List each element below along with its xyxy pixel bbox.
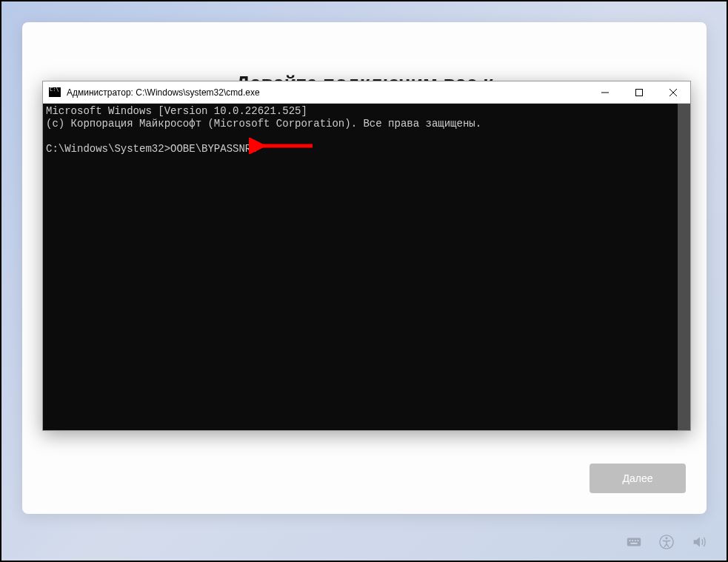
cmd-prompt: C:\Windows\System32> (46, 143, 170, 155)
cmd-body[interactable]: Microsoft Windows [Version 10.0.22621.52… (43, 104, 690, 430)
svg-rect-1 (636, 89, 643, 96)
svg-point-12 (666, 537, 668, 539)
volume-icon[interactable] (691, 534, 707, 553)
scrollbar-track[interactable] (678, 104, 690, 430)
svg-rect-6 (630, 540, 631, 541)
taskbar-icons (626, 534, 707, 553)
accessibility-icon[interactable] (658, 534, 675, 553)
svg-rect-9 (638, 540, 639, 541)
svg-rect-5 (627, 538, 641, 546)
maximize-button[interactable] (622, 81, 656, 103)
cmd-output-line: Microsoft Windows [Version 10.0.22621.52… (46, 105, 307, 117)
cmd-input-command: OOBE\BYPASSNRO (170, 143, 258, 155)
cmd-icon (49, 87, 61, 97)
keyboard-icon[interactable] (626, 534, 642, 553)
cmd-window-title: Администратор: C:\Windows\system32\cmd.e… (65, 87, 588, 98)
cmd-titlebar[interactable]: Администратор: C:\Windows\system32\cmd.e… (43, 81, 690, 104)
close-button[interactable] (656, 81, 690, 103)
svg-rect-7 (632, 540, 633, 541)
cmd-output-line: (c) Корпорация Майкрософт (Microsoft Cor… (46, 118, 481, 130)
next-button[interactable]: Далее (590, 464, 686, 493)
window-controls (588, 81, 690, 103)
minimize-button[interactable] (588, 81, 622, 103)
cmd-window: Администратор: C:\Windows\system32\cmd.e… (42, 81, 691, 431)
svg-rect-10 (630, 543, 637, 544)
scrollbar-thumb[interactable] (678, 104, 690, 430)
svg-rect-8 (635, 540, 636, 541)
